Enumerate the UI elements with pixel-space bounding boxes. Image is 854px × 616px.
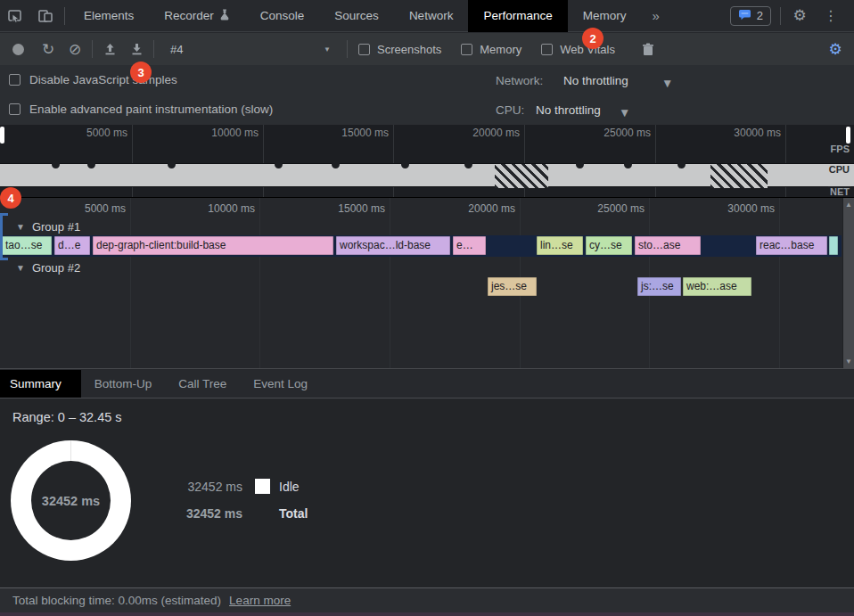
range-text: Range: 0 – 32.45 s — [12, 410, 122, 424]
cpu-lane-label: CPU — [826, 164, 852, 175]
capture-settings-gear-icon[interactable]: ⚙ — [822, 36, 849, 62]
ruler-tick: 5000 ms — [37, 202, 126, 215]
tab-bottom-up[interactable]: Bottom-Up — [81, 370, 166, 398]
history-select[interactable]: #4 ▼ — [163, 37, 338, 61]
network-throttle-select[interactable]: No throttling — [563, 74, 628, 87]
web-vitals-checkbox[interactable]: Web Vitals — [541, 43, 615, 56]
overview-right-handle[interactable] — [846, 127, 850, 144]
flame-bar[interactable]: tao…se — [2, 236, 52, 255]
ruler-tick: 10000 ms — [166, 202, 255, 215]
flame-bar[interactable]: e… — [453, 236, 486, 255]
summary-pane: Range: 0 – 32.45 s 32452 ms 32452 ms Idl… — [0, 399, 854, 587]
ruler-tick: 10000 ms — [171, 127, 259, 139]
divider — [347, 40, 348, 58]
checkbox-box — [9, 74, 21, 86]
device-toolbar-icon[interactable] — [30, 0, 61, 32]
settings-gear-icon[interactable]: ⚙ — [784, 0, 815, 32]
desktop-edge — [0, 612, 854, 616]
trash-icon[interactable] — [635, 36, 661, 62]
status-bar: Total blocking time: 0.00ms (estimated) … — [0, 587, 854, 612]
chevron-down-icon[interactable]: ▼ — [619, 106, 630, 119]
kebab-menu-icon[interactable]: ⋮ — [815, 9, 847, 23]
tab-event-log[interactable]: Event Log — [240, 370, 321, 398]
chevron-down-icon: ▼ — [324, 45, 331, 53]
summary-donut-chart: 32452 ms — [11, 440, 131, 561]
ruler-tick: 5000 ms — [40, 127, 127, 139]
issues-counter[interactable]: 2 — [730, 6, 771, 26]
tabbar-right-controls: 2 ⚙ ⋮ — [730, 0, 854, 32]
total-blocking-time-text: Total blocking time: 0.00ms (estimated) — [12, 594, 221, 607]
ruler-tick: 25000 ms — [563, 127, 651, 139]
divider — [64, 7, 65, 25]
load-profile-icon[interactable] — [96, 36, 123, 62]
flame-bar[interactable]: js:…se — [637, 277, 681, 296]
collapse-arrow-icon: ▼ — [16, 263, 25, 273]
net-lane-label: NET — [828, 186, 851, 197]
tab-console[interactable]: Console — [245, 0, 320, 32]
group1-header[interactable]: ▼ Group #1 — [16, 220, 80, 234]
flame-bar[interactable]: jes…se — [488, 277, 537, 296]
donut-total-label: 32452 ms — [42, 494, 100, 508]
details-tabbar: Summary Bottom-Up Call Tree Event Log — [0, 370, 854, 398]
vertical-scrollbar[interactable]: ▲ ▼ — [842, 198, 854, 368]
group2-bar-row: jes…se js:…se web:…ase — [0, 276, 842, 298]
tab-call-tree[interactable]: Call Tree — [165, 370, 240, 398]
tab-recorder[interactable]: Recorder — [149, 0, 245, 32]
performance-toolbar: ↻ ⊘ #4 ▼ Screenshots Memory Web Vitals — [0, 33, 854, 65]
flame-bar[interactable] — [829, 236, 838, 255]
scroll-up-icon[interactable]: ▲ — [845, 198, 852, 211]
learn-more-link[interactable]: Learn more — [229, 594, 291, 607]
ruler-tick: 30000 ms — [686, 202, 775, 215]
flame-bar[interactable]: dep-graph-client:build-base — [93, 236, 333, 255]
flame-bar[interactable]: reac…base — [756, 236, 827, 255]
checkbox-box — [461, 44, 472, 55]
ruler-tick: 20000 ms — [432, 127, 520, 139]
tab-elements[interactable]: Elements — [69, 0, 149, 32]
cpu-activity-band — [0, 163, 854, 187]
ruler-tick: 25000 ms — [555, 202, 645, 215]
cpu-idle-hatch — [495, 164, 548, 188]
flame-bar[interactable]: d…e — [54, 236, 90, 255]
flame-bar[interactable]: workspac…ld-base — [336, 236, 450, 255]
flame-bar[interactable]: web:…ase — [683, 277, 751, 296]
save-profile-icon[interactable] — [123, 36, 150, 62]
flame-bar[interactable]: lin…se — [537, 236, 583, 255]
tab-network[interactable]: Network — [394, 0, 469, 32]
ruler-tick: 15000 ms — [296, 202, 385, 215]
advanced-paint-checkbox[interactable]: Enable advanced paint instrumentation (s… — [9, 103, 273, 116]
divider — [780, 7, 781, 25]
reload-and-record-button[interactable]: ↻ — [35, 36, 62, 62]
scroll-down-icon[interactable]: ▼ — [845, 355, 852, 368]
ruler-tick: 15000 ms — [301, 127, 389, 139]
screenshots-checkbox[interactable]: Screenshots — [358, 43, 441, 56]
flame-bar[interactable]: sto…ase — [635, 236, 701, 255]
overview-left-handle[interactable] — [0, 127, 4, 144]
ruler-tick: 30000 ms — [694, 127, 781, 139]
record-button[interactable] — [12, 44, 24, 55]
network-throttle-label: Network: — [496, 74, 543, 87]
more-tabs-button[interactable]: » — [641, 0, 669, 32]
memory-checkbox[interactable]: Memory — [461, 43, 521, 56]
inspect-element-icon[interactable] — [0, 0, 30, 32]
chevron-down-icon[interactable]: ▼ — [661, 77, 673, 90]
flame-bar[interactable]: cy…se — [586, 236, 632, 255]
checkbox-box — [358, 44, 370, 55]
tab-sources[interactable]: Sources — [319, 0, 394, 32]
disable-js-samples-checkbox[interactable]: Disable JavaScript samples — [9, 73, 177, 86]
tab-summary[interactable]: Summary — [0, 370, 81, 398]
legend-row-total: 32452 ms Total — [180, 506, 308, 521]
flask-icon — [219, 9, 230, 23]
issues-count: 2 — [757, 9, 763, 22]
devtools-tabbar: Elements Recorder Console Sources Networ… — [0, 0, 854, 32]
tab-memory[interactable]: Memory — [568, 0, 642, 32]
timeline-overview[interactable]: 5000 ms 10000 ms 15000 ms 20000 ms 25000… — [0, 125, 854, 198]
flame-chart[interactable]: 5000 ms 10000 ms 15000 ms 20000 ms 25000… — [0, 198, 854, 369]
clear-recording-button[interactable]: ⊘ — [62, 36, 88, 62]
cpu-throttle-select[interactable]: No throttling — [536, 103, 601, 117]
tab-performance[interactable]: Performance — [468, 0, 567, 32]
group1-label: Group #1 — [32, 220, 80, 234]
collapse-arrow-icon: ▼ — [16, 222, 25, 232]
group2-header[interactable]: ▼ Group #2 — [16, 261, 80, 275]
issues-bubble-icon — [738, 9, 751, 23]
capture-settings-pane: Disable JavaScript samples Enable advanc… — [0, 65, 854, 125]
